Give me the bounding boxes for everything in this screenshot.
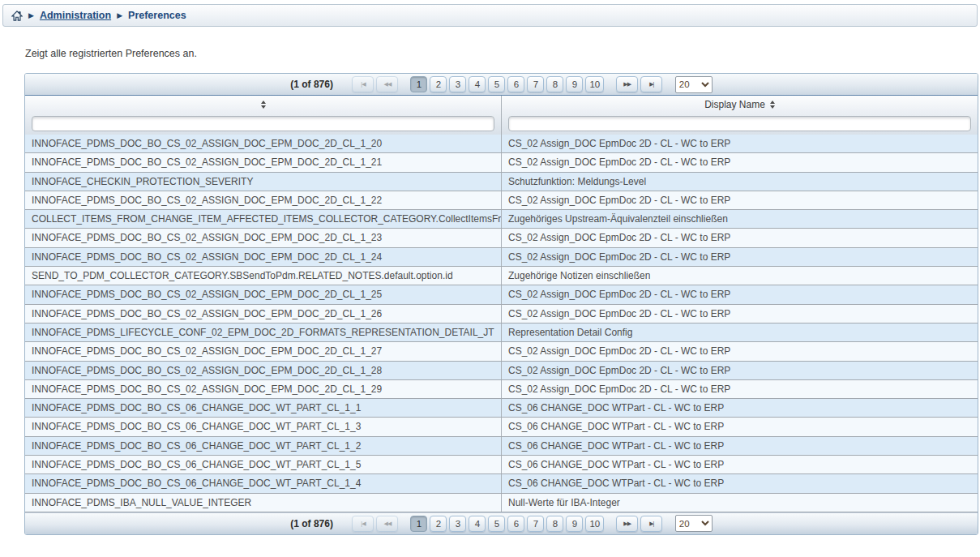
cell-display-name: CS_02 Assign_DOC EpmDoc 2D - CL - WC to …: [502, 305, 978, 323]
paginator-bottom: (1 of 876)|◀◀◀12345678910▶▶▶|20: [25, 512, 978, 534]
paginator-current-text: (1 of 876): [290, 79, 333, 90]
cell-display-name: Zugehörige Notizen einschließen: [502, 267, 978, 285]
page-button-9[interactable]: 9: [566, 516, 583, 532]
cell-name: COLLECT_ITEMS_FROM_CHANGE_ITEM_AFFECTED_…: [25, 210, 502, 228]
cell-name: INNOFACE_PDMS_DOC_BO_CS_02_ASSIGN_DOC_EP…: [25, 285, 502, 303]
cell-name: INNOFACE_PDMS_DOC_BO_CS_02_ASSIGN_DOC_EP…: [25, 248, 502, 266]
last-page-button-icon[interactable]: ▶|: [640, 76, 662, 92]
page-button-6[interactable]: 6: [507, 516, 524, 532]
home-icon[interactable]: [11, 11, 23, 21]
column-header-display-name[interactable]: Display Name: [502, 96, 978, 113]
table-row[interactable]: INNOFACE_PDMS_DOC_BO_CS_02_ASSIGN_DOC_EP…: [25, 305, 978, 323]
page-button-4[interactable]: 4: [469, 76, 486, 92]
display-name-filter-input[interactable]: [508, 116, 971, 131]
table-row[interactable]: INNOFACE_PDMS_DOC_BO_CS_02_ASSIGN_DOC_EP…: [25, 285, 978, 304]
cell-display-name: Zugehöriges Upstream-Äquivalenzteil eins…: [502, 210, 978, 228]
page-button-1[interactable]: 1: [410, 516, 427, 532]
page-button-7[interactable]: 7: [527, 516, 544, 532]
paginator-current-text: (1 of 876): [290, 518, 333, 529]
cell-display-name: CS_02 Assign_DOC EpmDoc 2D - CL - WC to …: [502, 342, 978, 360]
cell-name: SEND_TO_PDM_COLLECTOR_CATEGORY.SBSendToP…: [25, 267, 502, 285]
table-row[interactable]: INNOFACE_PDMS_DOC_BO_CS_06_CHANGE_DOC_WT…: [25, 418, 978, 436]
cell-display-name: CS_06 CHANGE_DOC WTPart - CL - WC to ERP: [502, 399, 978, 417]
cell-display-name: CS_02 Assign_DOC EpmDoc 2D - CL - WC to …: [502, 285, 978, 303]
cell-display-name: CS_02 Assign_DOC EpmDoc 2D - CL - WC to …: [502, 362, 978, 379]
cell-display-name: CS_06 CHANGE_DOC WTPart - CL - WC to ERP: [502, 418, 978, 435]
page-button-5[interactable]: 5: [488, 76, 505, 92]
cell-display-name: CS_06 CHANGE_DOC WTPart - CL - WC to ERP: [502, 437, 978, 455]
table-row[interactable]: INNOFACE_PDMS_DOC_BO_CS_06_CHANGE_DOC_WT…: [25, 456, 978, 474]
cell-name: INNOFACE_PDMS_DOC_BO_CS_02_ASSIGN_DOC_EP…: [25, 135, 502, 152]
table-row[interactable]: SEND_TO_PDM_COLLECTOR_CATEGORY.SBSendToP…: [25, 267, 978, 285]
cell-name: INNOFACE_PDMS_DOC_BO_CS_02_ASSIGN_DOC_EP…: [25, 191, 502, 209]
page-button-2[interactable]: 2: [430, 516, 447, 532]
next-page-button-icon[interactable]: ▶▶: [616, 516, 638, 532]
table-row[interactable]: COLLECT_ITEMS_FROM_CHANGE_ITEM_AFFECTED_…: [25, 210, 978, 229]
page-button-9[interactable]: 9: [566, 76, 583, 92]
table-row[interactable]: INNOFACE_PDMS_DOC_BO_CS_06_CHANGE_DOC_WT…: [25, 437, 978, 456]
cell-name: INNOFACE_PDMS_IBA_NULL_VALUE_INTEGER: [25, 494, 502, 512]
table-row[interactable]: INNOFACE_CHECKIN_PROTECTION_SEVERITYSchu…: [25, 173, 978, 191]
next-page-button-icon[interactable]: ▶▶: [616, 76, 638, 92]
table-row[interactable]: INNOFACE_PDMS_DOC_BO_CS_02_ASSIGN_DOC_EP…: [25, 342, 978, 361]
table-row[interactable]: INNOFACE_PDMS_DOC_BO_CS_06_CHANGE_DOC_WT…: [25, 474, 978, 493]
column-header-label: Display Name: [704, 99, 765, 110]
column-header-name[interactable]: [25, 96, 502, 113]
cell-name: INNOFACE_PDMS_DOC_BO_CS_02_ASSIGN_DOC_EP…: [25, 342, 502, 360]
table-row[interactable]: INNOFACE_PDMS_IBA_NULL_VALUE_INTEGERNull…: [25, 494, 978, 512]
page-button-8[interactable]: 8: [546, 76, 563, 92]
cell-display-name: CS_02 Assign_DOC EpmDoc 2D - CL - WC to …: [502, 248, 978, 266]
cell-display-name: CS_02 Assign_DOC EpmDoc 2D - CL - WC to …: [502, 380, 978, 398]
table-row[interactable]: INNOFACE_PDMS_DOC_BO_CS_06_CHANGE_DOC_WT…: [25, 399, 978, 418]
page-button-6[interactable]: 6: [507, 76, 524, 92]
cell-display-name: CS_06 CHANGE_DOC WTPart - CL - WC to ERP: [502, 474, 978, 492]
table-row[interactable]: INNOFACE_PDMS_DOC_BO_CS_02_ASSIGN_DOC_EP…: [25, 362, 978, 380]
table-row[interactable]: INNOFACE_PDMS_DOC_BO_CS_02_ASSIGN_DOC_EP…: [25, 380, 978, 399]
cell-name: INNOFACE_PDMS_DOC_BO_CS_02_ASSIGN_DOC_EP…: [25, 229, 502, 246]
rows-per-page-select[interactable]: 20: [675, 515, 713, 532]
page-button-8[interactable]: 8: [546, 516, 563, 532]
last-page-button-icon[interactable]: ▶|: [640, 516, 662, 532]
name-filter-input[interactable]: [32, 116, 494, 131]
page-button-3[interactable]: 3: [449, 516, 466, 532]
cell-name: INNOFACE_PDMS_LIFECYCLE_CONF_02_EPM_DOC_…: [25, 323, 502, 341]
cell-name: INNOFACE_PDMS_DOC_BO_CS_06_CHANGE_DOC_WT…: [25, 418, 502, 435]
cell-display-name: CS_06 CHANGE_DOC WTPart - CL - WC to ERP: [502, 456, 978, 473]
table-body: INNOFACE_PDMS_DOC_BO_CS_02_ASSIGN_DOC_EP…: [25, 135, 978, 512]
table-row[interactable]: INNOFACE_PDMS_LIFECYCLE_CONF_02_EPM_DOC_…: [25, 323, 978, 342]
rows-per-page-select[interactable]: 20: [675, 76, 713, 93]
sort-icon[interactable]: [770, 101, 775, 109]
page-button-1[interactable]: 1: [410, 76, 427, 92]
table-row[interactable]: INNOFACE_PDMS_DOC_BO_CS_02_ASSIGN_DOC_EP…: [25, 248, 978, 267]
cell-display-name: Schutzfunktion: Meldungs-Level: [502, 173, 978, 191]
cell-display-name: CS_02 Assign_DOC EpmDoc 2D - CL - WC to …: [502, 153, 978, 171]
paginator-top: (1 of 876)|◀◀◀12345678910▶▶▶|20: [25, 74, 978, 96]
table-header-row: Display Name: [25, 96, 978, 113]
page-button-7[interactable]: 7: [527, 76, 544, 92]
page-button-2[interactable]: 2: [430, 76, 447, 92]
cell-name: INNOFACE_PDMS_DOC_BO_CS_02_ASSIGN_DOC_EP…: [25, 305, 502, 323]
table-row[interactable]: INNOFACE_PDMS_DOC_BO_CS_02_ASSIGN_DOC_EP…: [25, 135, 978, 153]
page-button-3[interactable]: 3: [449, 76, 466, 92]
previous-page-button-icon[interactable]: ◀◀: [376, 516, 398, 532]
page-button-5[interactable]: 5: [488, 516, 505, 532]
sort-icon[interactable]: [261, 101, 266, 109]
page-description: Zeigt alle registrierten Preferences an.: [25, 48, 980, 59]
first-page-button-icon[interactable]: |◀: [352, 516, 374, 532]
breadcrumb-item-preferences[interactable]: Preferences: [128, 10, 186, 21]
page-button-4[interactable]: 4: [469, 516, 486, 532]
table-row[interactable]: INNOFACE_PDMS_DOC_BO_CS_02_ASSIGN_DOC_EP…: [25, 153, 978, 172]
table-row[interactable]: INNOFACE_PDMS_DOC_BO_CS_02_ASSIGN_DOC_EP…: [25, 229, 978, 247]
cell-name: INNOFACE_PDMS_DOC_BO_CS_02_ASSIGN_DOC_EP…: [25, 362, 502, 379]
breadcrumb-separator-icon: ▶: [117, 12, 122, 19]
preferences-table: (1 of 876)|◀◀◀12345678910▶▶▶|20 Display …: [24, 73, 978, 535]
table-row[interactable]: INNOFACE_PDMS_DOC_BO_CS_02_ASSIGN_DOC_EP…: [25, 191, 978, 210]
page-button-10[interactable]: 10: [585, 76, 604, 92]
breadcrumb-item-administration[interactable]: Administration: [40, 10, 111, 21]
previous-page-button-icon[interactable]: ◀◀: [376, 76, 398, 92]
cell-name: INNOFACE_PDMS_DOC_BO_CS_02_ASSIGN_DOC_EP…: [25, 380, 502, 398]
page-button-10[interactable]: 10: [585, 516, 604, 532]
cell-display-name: CS_02 Assign_DOC EpmDoc 2D - CL - WC to …: [502, 229, 978, 246]
first-page-button-icon[interactable]: |◀: [352, 76, 374, 92]
breadcrumb: ▶ Administration ▶ Preferences: [2, 4, 978, 27]
